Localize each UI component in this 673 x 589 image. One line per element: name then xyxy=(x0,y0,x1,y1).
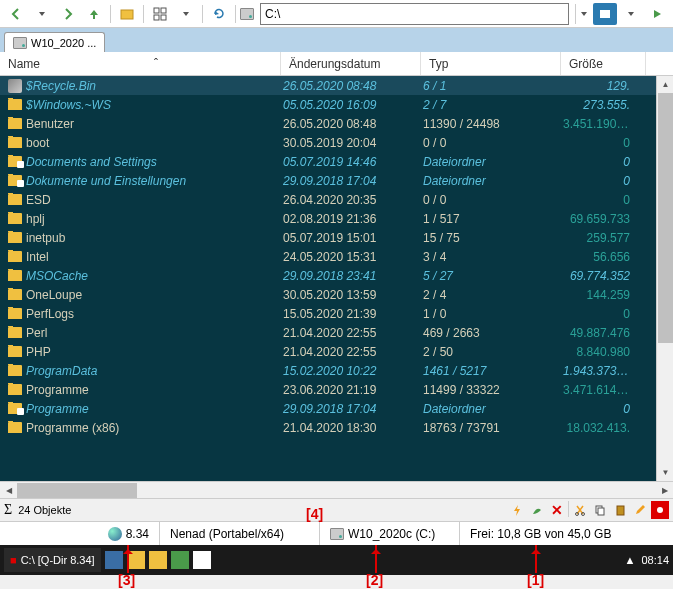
table-row[interactable]: Benutzer26.05.2020 08:4811390 / 244983.4… xyxy=(0,114,673,133)
run-button[interactable] xyxy=(645,3,669,25)
column-size[interactable]: Größe xyxy=(561,52,646,75)
cell-type: 18763 / 73791 xyxy=(415,421,555,435)
scroll-thumb[interactable] xyxy=(658,93,673,343)
go-dropdown[interactable] xyxy=(619,3,643,25)
cell-type: 5 / 27 xyxy=(415,269,555,283)
record-icon[interactable] xyxy=(651,501,669,519)
table-row[interactable]: Programme (x86)21.04.2020 18:3018763 / 7… xyxy=(0,418,673,437)
go-button[interactable] xyxy=(593,3,617,25)
cell-size: 69.774.352 xyxy=(555,269,638,283)
cell-date: 26.05.2020 08:48 xyxy=(275,117,415,131)
taskbar-icon-2[interactable] xyxy=(127,551,145,569)
scroll-up-button[interactable]: ▲ xyxy=(657,76,673,93)
column-date[interactable]: Änderungsdatum xyxy=(281,52,421,75)
table-row[interactable]: Programme29.09.2018 17:04Dateiordner0 xyxy=(0,399,673,418)
cell-size: 56.656 xyxy=(555,250,638,264)
tab-bar: W10_2020 ... xyxy=(0,28,673,52)
table-row[interactable]: PerfLogs15.05.2020 21:391 / 00 xyxy=(0,304,673,323)
tab-drive[interactable]: W10_2020 ... xyxy=(4,32,105,52)
cell-type: 1 / 517 xyxy=(415,212,555,226)
scroll-right-button[interactable]: ▶ xyxy=(656,482,673,499)
delete-icon[interactable]: ✕ xyxy=(548,501,566,519)
scroll-left-button[interactable]: ◀ xyxy=(0,482,17,499)
cell-type: 3 / 4 xyxy=(415,250,555,264)
taskbar-icon-5[interactable] xyxy=(193,551,211,569)
cell-type: 2 / 50 xyxy=(415,345,555,359)
tray-icon[interactable]: ▲ xyxy=(625,554,636,566)
cell-size: 69.659.733 xyxy=(555,212,638,226)
table-row[interactable]: ProgramData15.02.2020 10:221461 / 52171.… xyxy=(0,361,673,380)
cell-type: 0 / 0 xyxy=(415,136,555,150)
table-row[interactable]: Intel24.05.2020 15:313 / 456.656 xyxy=(0,247,673,266)
refresh-button[interactable] xyxy=(207,3,231,25)
cell-size: 144.259 xyxy=(555,288,638,302)
file-list-area: $Recycle.Bin26.05.2020 08:486 / 1129.$Wi… xyxy=(0,76,673,481)
vertical-scrollbar[interactable]: ▲ ▼ xyxy=(656,76,673,481)
folder-icon xyxy=(8,365,22,376)
folder-icon xyxy=(8,384,22,395)
column-type[interactable]: Typ xyxy=(421,52,561,75)
view-button[interactable] xyxy=(148,3,172,25)
table-row[interactable]: ESD26.04.2020 20:350 / 00 xyxy=(0,190,673,209)
table-row[interactable]: hplj02.08.2019 21:361 / 51769.659.733 xyxy=(0,209,673,228)
up-button[interactable] xyxy=(82,3,106,25)
volume-cell: W10_2020c (C:) xyxy=(320,522,460,545)
cut-icon[interactable] xyxy=(571,501,589,519)
address-bar[interactable]: C:\ xyxy=(260,3,569,25)
volume-text: W10_2020c (C:) xyxy=(348,527,435,541)
forward-button[interactable] xyxy=(56,3,80,25)
table-row[interactable]: $Recycle.Bin26.05.2020 08:486 / 1129. xyxy=(0,76,673,95)
svg-rect-1 xyxy=(154,8,159,13)
cell-date: 23.06.2020 21:19 xyxy=(275,383,415,397)
table-row[interactable]: MSOCache29.09.2018 23:415 / 2769.774.352 xyxy=(0,266,673,285)
view-dropdown-button[interactable] xyxy=(174,3,198,25)
cell-date: 05.07.2019 15:01 xyxy=(275,231,415,245)
cell-date: 15.02.2020 10:22 xyxy=(275,364,415,378)
cell-name: Benutzer xyxy=(0,117,275,131)
cell-date: 29.09.2018 17:04 xyxy=(275,402,415,416)
scroll-track[interactable] xyxy=(17,482,656,499)
clock: 08:14 xyxy=(641,554,669,566)
flash-icon[interactable] xyxy=(508,501,526,519)
table-row[interactable]: PHP21.04.2020 22:552 / 508.840.980 xyxy=(0,342,673,361)
table-row[interactable]: Documents and Settings05.07.2019 14:46Da… xyxy=(0,152,673,171)
table-row[interactable]: $Windows.~WS05.05.2020 16:092 / 7273.555… xyxy=(0,95,673,114)
scroll-down-button[interactable]: ▼ xyxy=(657,464,673,481)
column-name[interactable]: Nameˆ xyxy=(0,52,281,75)
table-row[interactable]: inetpub05.07.2019 15:0115 / 75259.577 xyxy=(0,228,673,247)
address-dropdown[interactable] xyxy=(575,4,591,24)
main-toolbar: C:\ xyxy=(0,0,673,28)
horizontal-scrollbar[interactable]: ◀ ▶ xyxy=(0,481,673,498)
dropdown-button[interactable] xyxy=(30,3,54,25)
leaf-icon[interactable] xyxy=(528,501,546,519)
taskbar-icon-3[interactable] xyxy=(149,551,167,569)
tab-label: W10_2020 ... xyxy=(31,37,96,49)
edit-icon[interactable] xyxy=(631,501,649,519)
taskbar-app[interactable]: ■ C:\ [Q-Dir 8.34] xyxy=(4,548,101,572)
table-row[interactable]: Perl21.04.2020 22:55469 / 266349.887.476 xyxy=(0,323,673,342)
taskbar-icon-4[interactable] xyxy=(171,551,189,569)
folder-icon xyxy=(8,137,22,148)
cell-date: 30.05.2019 20:04 xyxy=(275,136,415,150)
table-row[interactable]: OneLoupe30.05.2020 13:592 / 4144.259 xyxy=(0,285,673,304)
scroll-thumb-h[interactable] xyxy=(17,483,137,498)
cell-name: MSOCache xyxy=(0,269,275,283)
cell-type: Dateiordner xyxy=(415,174,555,188)
sigma-icon: Σ xyxy=(4,502,12,518)
cell-size: 129. xyxy=(555,79,638,93)
cell-size: 259.577 xyxy=(555,231,638,245)
info-bar: 8.34 Nenad (Portabel/x64) W10_2020c (C:)… xyxy=(0,521,673,545)
table-row[interactable]: Dokumente und Einstellungen29.09.2018 17… xyxy=(0,171,673,190)
cell-size: 0 xyxy=(555,193,638,207)
paste-icon[interactable] xyxy=(611,501,629,519)
table-row[interactable]: boot30.05.2019 20:040 / 00 xyxy=(0,133,673,152)
cell-date: 21.04.2020 18:30 xyxy=(275,421,415,435)
explore-button[interactable] xyxy=(115,3,139,25)
copy-icon[interactable] xyxy=(591,501,609,519)
taskbar-icon-1[interactable] xyxy=(105,551,123,569)
table-row[interactable]: Programme23.06.2020 21:1911499 / 333223.… xyxy=(0,380,673,399)
file-list[interactable]: $Recycle.Bin26.05.2020 08:486 / 1129.$Wi… xyxy=(0,76,673,437)
cell-type: Dateiordner xyxy=(415,402,555,416)
back-button[interactable] xyxy=(4,3,28,25)
svg-rect-2 xyxy=(161,8,166,13)
